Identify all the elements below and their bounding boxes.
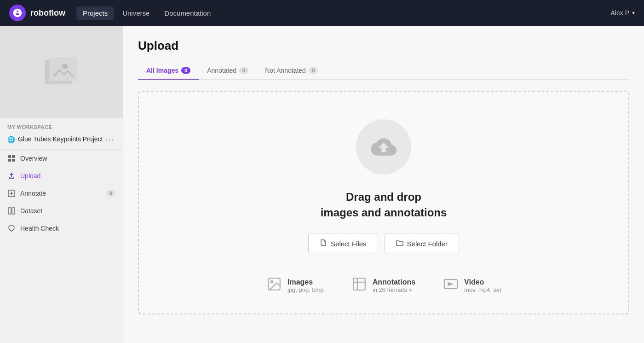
filetype-annotations: Annotations in 26 formats » — [351, 276, 415, 295]
annotations-icon — [351, 276, 367, 295]
drag-text-line1: Drag and drop — [346, 191, 421, 203]
video-type-name: Video — [464, 278, 501, 286]
filetype-images: Images jpg, png, bmp — [266, 276, 324, 295]
upload-circle — [356, 119, 411, 174]
top-nav: roboflow Projects Universe Documentation… — [0, 0, 644, 26]
nav-links: Projects Universe Documentation — [76, 6, 611, 20]
project-preview — [0, 26, 123, 118]
select-files-button[interactable]: Select Files — [308, 233, 378, 254]
svg-rect-12 — [353, 278, 365, 290]
upload-icon — [7, 172, 16, 180]
sidebar: MY WORKSPACE 🌐 Glue Tubes Keypoints Proj… — [0, 26, 123, 343]
annotate-badge: 0 — [106, 190, 115, 197]
dataset-icon — [7, 207, 16, 215]
sidebar-item-upload[interactable]: Upload — [0, 167, 123, 185]
svg-rect-1 — [49, 57, 77, 81]
main-content: Upload All Images 0 Annotated 0 Not Anno… — [123, 26, 644, 343]
overview-label: Overview — [20, 155, 47, 162]
file-icon — [320, 239, 327, 248]
upload-buttons-row: Select Files Select Folder — [308, 233, 459, 254]
svg-rect-3 — [8, 155, 11, 158]
annotate-label: Annotate — [20, 190, 46, 197]
upload-label: Upload — [20, 172, 40, 180]
tab-annotated-label: Annotated — [207, 67, 236, 74]
svg-point-11 — [271, 281, 273, 283]
tab-not-annotated[interactable]: Not Annotated 0 — [257, 62, 326, 80]
tab-all-images-badge: 0 — [181, 67, 190, 74]
video-icon — [443, 276, 459, 295]
drag-drop-title: Drag and drop images and annotations — [321, 189, 447, 220]
svg-rect-5 — [8, 159, 11, 162]
svg-rect-6 — [12, 159, 15, 162]
tab-all-images-label: All Images — [146, 67, 178, 74]
tab-annotated-badge: 0 — [239, 67, 248, 74]
roboflow-logo — [9, 5, 26, 21]
tab-not-annotated-badge: 0 — [309, 67, 318, 74]
project-menu-button[interactable]: ⋯ — [104, 134, 115, 145]
sidebar-item-health-check[interactable]: Health Check — [0, 220, 123, 237]
logo-area: roboflow — [9, 5, 65, 21]
logo-text: roboflow — [30, 8, 65, 18]
svg-point-2 — [62, 64, 68, 69]
sidebar-item-annotate[interactable]: Annotate 0 — [0, 185, 123, 202]
app-layout: MY WORKSPACE 🌐 Glue Tubes Keypoints Proj… — [0, 26, 644, 343]
tab-annotated[interactable]: Annotated 0 — [199, 62, 257, 80]
user-name: Alex P — [611, 9, 629, 17]
svg-rect-4 — [12, 155, 15, 158]
workspace-label: MY WORKSPACE — [0, 118, 123, 132]
tab-not-annotated-label: Not Annotated — [265, 67, 306, 74]
nav-documentation[interactable]: Documentation — [158, 6, 217, 20]
user-menu[interactable]: Alex P ▾ — [611, 9, 635, 17]
page-title: Upload — [138, 39, 629, 53]
svg-rect-9 — [12, 208, 15, 214]
nav-universe[interactable]: Universe — [116, 6, 156, 20]
annotate-icon — [7, 189, 16, 198]
sidebar-item-dataset[interactable]: Dataset — [0, 202, 123, 220]
tabs-bar: All Images 0 Annotated 0 Not Annotated 0 — [138, 62, 629, 80]
drag-text-line2: images and annotations — [321, 206, 447, 219]
upload-cloud-icon — [371, 134, 397, 160]
images-icon — [266, 276, 282, 295]
project-name: Glue Tubes Keypoints Project — [18, 135, 103, 144]
images-type-name: Images — [288, 278, 324, 286]
select-folder-label: Select Folder — [407, 240, 448, 248]
select-folder-button[interactable]: Select Folder — [385, 233, 459, 254]
annotations-type-exts: in 26 formats » — [373, 286, 415, 293]
dataset-label: Dataset — [20, 207, 42, 215]
filetype-video: Video mov, mp4, avi — [443, 276, 501, 295]
annotations-type-name: Annotations — [373, 278, 415, 286]
sidebar-item-overview[interactable]: Overview — [0, 150, 123, 167]
folder-icon — [396, 239, 403, 248]
svg-rect-8 — [8, 208, 11, 214]
globe-icon: 🌐 — [7, 136, 15, 143]
images-type-exts: jpg, png, bmp — [288, 286, 324, 293]
health-check-label: Health Check — [20, 225, 59, 232]
health-check-icon — [7, 224, 16, 233]
preview-placeholder-icon — [41, 53, 82, 90]
project-row: 🌐 Glue Tubes Keypoints Project ⋯ — [0, 132, 123, 150]
nav-projects[interactable]: Projects — [76, 6, 114, 20]
select-files-label: Select Files — [331, 240, 367, 248]
chevron-down-icon: ▾ — [632, 10, 635, 16]
video-type-exts: mov, mp4, avi — [464, 286, 501, 293]
upload-zone: Drag and drop images and annotations Sel… — [138, 91, 629, 314]
overview-icon — [7, 154, 16, 163]
tab-all-images[interactable]: All Images 0 — [138, 62, 199, 80]
file-types-row: Images jpg, png, bmp Annotations in 26 f… — [266, 276, 501, 295]
